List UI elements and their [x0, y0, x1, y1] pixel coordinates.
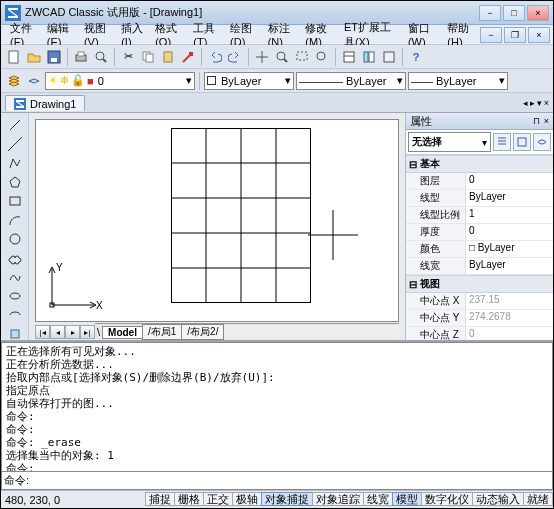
spline-icon[interactable] [6, 269, 24, 285]
tab-prev[interactable]: ◂ [50, 325, 65, 339]
pin-icon[interactable]: ⊓ [533, 116, 540, 126]
svg-rect-25 [10, 197, 20, 205]
layer-dropdown[interactable]: ☀❄🔓■ 0 ▾ [45, 72, 195, 90]
prop-group-basic[interactable]: ⊟基本 [406, 155, 553, 173]
circle-icon[interactable] [6, 231, 24, 247]
new-icon[interactable] [5, 48, 23, 66]
lineweight-dropdown[interactable]: —— ByLayer▾ [408, 72, 508, 90]
menubar: 文件(F) 编辑(E) 视图(V) 插入(I) 格式(O) 工具(T) 绘图(D… [1, 25, 553, 45]
status-对象追踪[interactable]: 对象追踪 [312, 492, 364, 506]
pline-icon[interactable] [6, 155, 24, 171]
color-dropdown[interactable]: ByLayer▾ [204, 72, 294, 90]
svg-line-13 [284, 59, 287, 62]
command-history[interactable]: 正在选择所有可见对象... 正在分析所选数据... 拾取内部点或[选择对象(S)… [1, 342, 553, 472]
save-icon[interactable] [45, 48, 63, 66]
svg-line-22 [10, 120, 20, 130]
rectangle-icon[interactable] [6, 193, 24, 209]
tab-prev2[interactable]: ▸ [530, 98, 535, 108]
prop-row[interactable]: 中心点 X237.15 [406, 293, 553, 310]
line-icon[interactable] [6, 117, 24, 133]
toolpalette-icon[interactable] [380, 48, 398, 66]
close-button[interactable]: × [527, 5, 549, 21]
print-icon[interactable] [72, 48, 90, 66]
maximize-button[interactable]: □ [503, 5, 525, 21]
prop-group-view[interactable]: ⊟视图 [406, 275, 553, 293]
command-line: 命令: [1, 472, 553, 490]
minimize-button[interactable]: − [479, 5, 501, 21]
tab-prev[interactable]: ◂ [523, 98, 528, 108]
help-icon[interactable]: ? [407, 48, 425, 66]
prop-row[interactable]: 线宽ByLayer [406, 258, 553, 275]
ellipse-icon[interactable] [6, 288, 24, 304]
selection-dropdown[interactable]: 无选择▾ [408, 132, 491, 152]
xline-icon[interactable] [6, 136, 24, 152]
prop-row[interactable]: 图层0 [406, 173, 553, 190]
prop-row[interactable]: 中心点 Y274.2678 [406, 310, 553, 327]
properties-panel: 属性 ⊓× 无选择▾ ⊟基本图层0线型ByLayer线型比例1厚度0颜色□ By… [405, 113, 553, 340]
panel-close-icon[interactable]: × [544, 116, 549, 126]
status-模型[interactable]: 模型 [392, 492, 422, 506]
tab-list[interactable]: ▾ [537, 98, 542, 108]
svg-rect-18 [364, 52, 368, 62]
zoom-window-icon[interactable] [293, 48, 311, 66]
cut-icon[interactable]: ✂ [119, 48, 137, 66]
layout2-tab[interactable]: /布局2/ [181, 324, 224, 340]
drawn-grid [171, 128, 311, 303]
command-input[interactable] [31, 472, 552, 489]
status-线宽[interactable]: 线宽 [363, 492, 393, 506]
svg-line-7 [103, 59, 106, 62]
status-动态输入[interactable]: 动态输入 [472, 492, 524, 506]
status-极轴[interactable]: 极轴 [232, 492, 262, 506]
document-tab[interactable]: Drawing1 [5, 95, 85, 111]
undo-icon[interactable] [206, 48, 224, 66]
matchprop-icon[interactable] [179, 48, 197, 66]
polygon-icon[interactable] [6, 174, 24, 190]
tab-first[interactable]: |◂ [35, 325, 50, 339]
tab-last[interactable]: ▸| [80, 325, 95, 339]
doc-restore-button[interactable]: ❐ [504, 27, 526, 43]
pickadd-icon[interactable] [513, 133, 531, 151]
doc-close-button[interactable]: × [528, 27, 550, 43]
quickselect-icon[interactable] [493, 133, 511, 151]
paste-icon[interactable] [159, 48, 177, 66]
prop-row[interactable]: 中心点 Z0 [406, 327, 553, 340]
status-栅格[interactable]: 栅格 [174, 492, 204, 506]
window-title: ZWCAD Classic 试用版 - [Drawing1] [25, 5, 202, 20]
prop-row[interactable]: 线型比例1 [406, 207, 553, 224]
ellipsearc-icon[interactable] [6, 307, 24, 323]
revcloud-icon[interactable] [6, 250, 24, 266]
tab-close[interactable]: × [544, 98, 549, 108]
layer-manager-icon[interactable] [5, 72, 23, 90]
status-捕捉[interactable]: 捕捉 [145, 492, 175, 506]
status-就绪[interactable]: 就绪 [523, 492, 553, 506]
prop-row[interactable]: 线型ByLayer [406, 190, 553, 207]
copy-icon[interactable] [139, 48, 157, 66]
zoom-icon[interactable] [273, 48, 291, 66]
prop-row[interactable]: 颜色□ ByLayer [406, 241, 553, 258]
selectobj-icon[interactable] [533, 133, 551, 151]
drawing-canvas[interactable]: Y X [35, 119, 399, 322]
linetype-dropdown[interactable]: ———— ByLayer▾ [296, 72, 406, 90]
status-正交[interactable]: 正交 [203, 492, 233, 506]
properties-icon[interactable] [340, 48, 358, 66]
layer-toolbar: ☀❄🔓■ 0 ▾ ByLayer▾ ———— ByLayer▾ —— ByLay… [1, 69, 553, 93]
layer-prev-icon[interactable] [25, 72, 43, 90]
pan-icon[interactable] [253, 48, 271, 66]
model-tab[interactable]: Model [102, 326, 143, 339]
doc-minimize-button[interactable]: − [480, 27, 502, 43]
tab-next[interactable]: ▸ [65, 325, 80, 339]
status-数字化仪[interactable]: 数字化仪 [421, 492, 473, 506]
open-icon[interactable] [25, 48, 43, 66]
zoom-prev-icon[interactable] [313, 48, 331, 66]
designcenter-icon[interactable] [360, 48, 378, 66]
arc-icon[interactable] [6, 212, 24, 228]
coordinates[interactable]: 480, 230, 0 [1, 494, 81, 506]
preview-icon[interactable] [92, 48, 110, 66]
svg-marker-24 [10, 177, 20, 187]
canvas-area: Y X |◂ ◂ ▸ ▸| \ Model /布局1 /布局2/ [29, 113, 405, 340]
status-对象捕捉[interactable]: 对象捕捉 [261, 492, 313, 506]
svg-point-27 [10, 293, 20, 299]
layout1-tab[interactable]: /布局1 [142, 324, 182, 340]
redo-icon[interactable] [226, 48, 244, 66]
prop-row[interactable]: 厚度0 [406, 224, 553, 241]
